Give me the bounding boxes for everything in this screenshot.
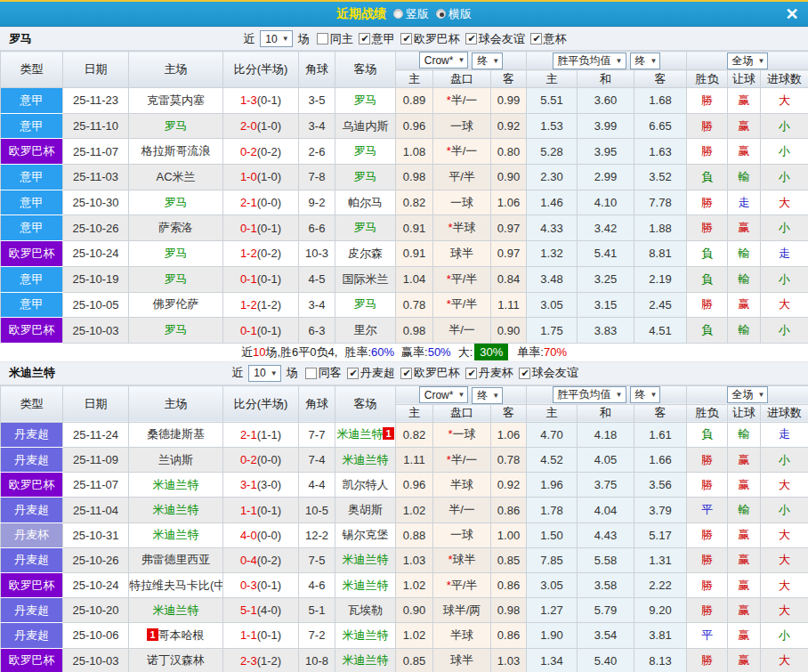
league-type-badge: 丹麦超	[1, 422, 63, 447]
avg-stage-select[interactable]: 终▼	[630, 53, 661, 69]
select-value: Crow*	[424, 389, 454, 401]
scope-select[interactable]: 全场▼	[727, 386, 769, 403]
avg-select[interactable]: 胜平负均值▼	[553, 386, 626, 403]
goals-result-cell: 小	[761, 266, 808, 292]
avg-home-cell: 1.90	[527, 623, 578, 648]
match-count-select[interactable]: 10▼	[260, 30, 292, 47]
scope-select[interactable]: 全场▼	[727, 53, 769, 69]
match-date: 25-10-06	[63, 623, 129, 648]
avg-draw-cell: 3.54	[578, 623, 634, 648]
halftime-score: (3-0)	[257, 478, 281, 491]
fulltime-score: 0-1	[240, 222, 257, 235]
away-odds-cell: 0.84	[491, 266, 527, 292]
avg-draw-cell: 4.18	[578, 422, 634, 447]
halftime-score: (4-0)	[257, 603, 281, 617]
away-team: 皮尔森	[335, 241, 396, 267]
match-count-value: 10	[254, 367, 265, 379]
away-team: 米迪兰特	[335, 573, 396, 598]
avg-home-cell: 5.28	[527, 139, 578, 165]
same-venue-checkbox[interactable]	[317, 33, 328, 45]
away-team: 罗马	[335, 292, 396, 318]
select-value: 胜平负均值	[558, 53, 611, 69]
games-unit-label: 场	[298, 31, 310, 47]
team-name-label: 米迪兰特	[9, 365, 55, 381]
close-icon[interactable]: ✕	[781, 4, 803, 25]
match-date: 25-11-10	[63, 113, 129, 139]
match-count-select[interactable]: 10▼	[248, 365, 280, 382]
fulltime-score: 2-1	[240, 196, 257, 209]
handicap-result-cell: 走	[728, 190, 761, 215]
match-date: 25-10-24	[63, 573, 129, 598]
home-team: 克雷莫内塞	[129, 88, 223, 114]
vertical-layout-radio[interactable]	[393, 9, 403, 19]
score-cell: 1-1(0-1)	[223, 498, 299, 522]
fulltime-score: 0-4	[240, 554, 257, 567]
league-checkbox[interactable]	[465, 33, 477, 45]
avg-draw-cell: 4.04	[578, 498, 634, 522]
avg-draw-cell: 3.75	[578, 473, 634, 498]
sub-column-header: 进球数	[761, 70, 808, 88]
result-cell: 勝	[687, 547, 728, 572]
home-odds-cell: 0.96	[396, 473, 433, 498]
horizontal-layout-label: 横版	[448, 6, 472, 22]
fulltime-score: 3-1	[240, 478, 257, 491]
match-date: 25-11-07	[63, 473, 129, 498]
same-venue-checkbox[interactable]	[305, 368, 317, 379]
goals-result-cell: 小	[761, 498, 808, 522]
match-row: 丹麦超25-11-04米迪兰特1-1(0-1)10-5奥胡斯1.02半/一0.8…	[1, 498, 808, 522]
match-date: 25-10-31	[63, 522, 129, 547]
handicap-cell: 一球	[433, 190, 491, 215]
league-checkbox[interactable]	[400, 368, 412, 379]
odds-stage-select[interactable]: 终▼	[472, 53, 503, 69]
avg-select[interactable]: 胜平负均值▼	[553, 53, 626, 69]
league-checkbox[interactable]	[519, 368, 530, 379]
handicap-result-cell: 輸	[728, 318, 761, 344]
goals-result-cell: 小	[761, 448, 808, 473]
team-name-text: 哥本哈根	[158, 628, 205, 642]
team-name-text: 罗马	[354, 297, 377, 311]
match-row: 意甲25-10-26萨索洛0-1(0-1)6-6罗马0.91*半球0.974.3…	[1, 215, 808, 241]
corners-cell: 3-4	[299, 292, 335, 318]
league-checkbox[interactable]	[465, 368, 477, 379]
goals-result-cell: 大	[761, 473, 808, 498]
big-rate-label: 大:	[458, 344, 473, 360]
league-checkbox[interactable]	[530, 33, 542, 45]
league-checkbox[interactable]	[347, 368, 359, 379]
avg-home-cell: 3.05	[527, 573, 578, 598]
corners-cell: 9-2	[299, 190, 335, 215]
horizontal-layout-radio[interactable]	[436, 9, 446, 19]
bookmaker-select[interactable]: Crow*▼	[419, 386, 469, 403]
away-odds-cell: 1.00	[491, 522, 527, 547]
handicap-result-cell: 赢	[728, 573, 761, 598]
home-team: 特拉维夫马卡比(中)	[129, 573, 223, 598]
league-type-badge: 意甲	[1, 113, 63, 139]
goals-result-cell: 大	[761, 547, 808, 572]
chevron-down-icon: ▼	[271, 369, 278, 377]
odds-stage-select[interactable]: 终▼	[472, 387, 503, 404]
sub-column-header: 胜负	[687, 404, 728, 422]
corners-cell: 3-5	[299, 88, 335, 114]
league-checkbox[interactable]	[359, 33, 370, 45]
avg-stage-select[interactable]: 终▼	[630, 386, 661, 403]
handicap-cell: *平/半	[433, 292, 491, 318]
fulltime-score: 1-3	[240, 93, 257, 107]
score-cell: 0-1(0-1)	[223, 266, 299, 292]
avg-draw-cell: 3.83	[578, 318, 634, 344]
team-name-text: 克雷莫内塞	[147, 93, 205, 107]
league-checkbox[interactable]	[400, 33, 412, 45]
avg-away-cell: 3.79	[634, 498, 687, 522]
goals-result-cell: 小	[761, 318, 808, 344]
league-type-badge: 意甲	[1, 266, 63, 292]
column-header: 比分(半场)	[223, 385, 299, 422]
corners-cell: 10-8	[299, 648, 335, 672]
fulltime-score: 1-2	[240, 247, 257, 260]
away-odds-cell: 0.78	[491, 448, 527, 473]
rank-badge: 1	[383, 427, 393, 440]
bookmaker-select[interactable]: Crow*▼	[419, 52, 469, 69]
avg-away-cell: 1.68	[634, 88, 687, 114]
select-value: 全场	[732, 53, 754, 69]
league-type-badge: 欧罗巴杯	[1, 473, 63, 498]
team-name-text: 米迪兰特	[343, 628, 389, 642]
home-team: 罗马	[129, 266, 223, 292]
team-name-text: AC米兰	[156, 170, 195, 183]
